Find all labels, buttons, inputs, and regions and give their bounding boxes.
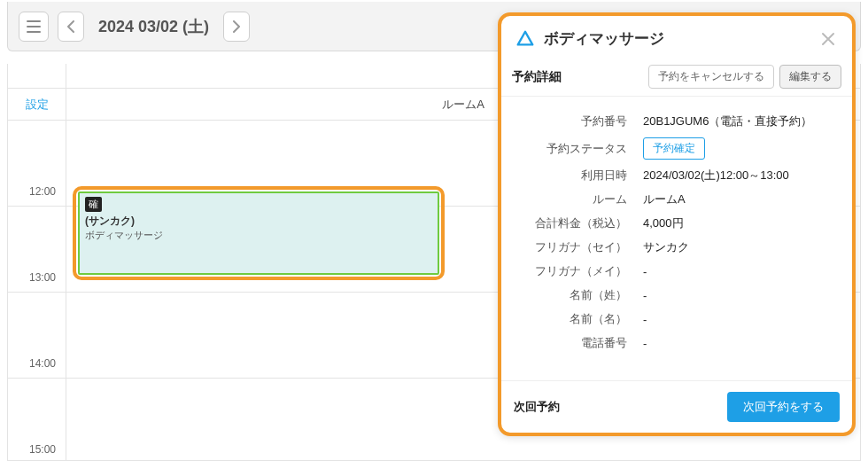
cancel-booking-button[interactable]: 予約をキャンセルする <box>648 65 774 89</box>
field-label: フリガナ（セイ） <box>510 239 643 255</box>
field-value: サンカク <box>643 239 834 255</box>
settings-link[interactable]: 設定 <box>8 89 66 120</box>
time-gutter: 12:00 13:00 14:00 15:00 <box>8 121 66 461</box>
field-label: 利用日時 <box>510 168 643 184</box>
field-value: 20B1JGUM6（電話・直接予約） <box>643 113 834 129</box>
field-value: - <box>643 337 834 350</box>
event-service: ボディマッサージ <box>85 229 432 242</box>
detail-rows: 予約番号20B1JGUM6（電話・直接予約） 予約ステータス予約確定 利用日時2… <box>501 97 852 380</box>
panel-title: ボディマッサージ <box>544 28 810 49</box>
gutter <box>8 64 66 88</box>
field-value: 2024/03/02(土)12:00～13:00 <box>643 168 834 184</box>
field-label: 名前（姓） <box>510 287 643 303</box>
panel-header: ボディマッサージ <box>501 16 852 59</box>
next-day-button[interactable] <box>223 12 250 42</box>
panel-actions: 予約詳細 予約をキャンセルする 編集する <box>501 59 852 97</box>
time-label: 12:00 <box>8 185 61 198</box>
field-label: 合計料金（税込） <box>510 215 643 231</box>
chevron-left-icon <box>66 20 75 33</box>
next-booking-button[interactable]: 次回予約をする <box>727 392 840 422</box>
date-title: 2024 03/02 (土) <box>98 16 209 37</box>
panel-footer: 次回予約 次回予約をする <box>501 380 852 433</box>
status-chip: 予約確定 <box>643 137 705 160</box>
field-value: - <box>643 289 834 302</box>
field-label: フリガナ（メイ） <box>510 263 643 279</box>
field-label: 電話番号 <box>510 335 643 351</box>
booking-event[interactable]: 確 (サンカク) ボディマッサージ <box>78 191 439 275</box>
field-value: - <box>643 313 834 326</box>
field-value: 4,000円 <box>643 215 834 231</box>
edit-booking-button[interactable]: 編集する <box>779 65 841 89</box>
section-label: 予約詳細 <box>512 69 643 85</box>
time-label: 14:00 <box>8 357 61 370</box>
booking-detail-panel: ボディマッサージ 予約詳細 予約をキャンセルする 編集する 予約番号20B1JG… <box>498 12 856 436</box>
time-label: 15:00 <box>8 443 61 456</box>
time-label: 13:00 <box>8 271 61 284</box>
chevron-right-icon <box>232 20 241 33</box>
footer-label: 次回予約 <box>514 399 727 415</box>
triangle-icon <box>515 29 535 49</box>
field-label: 名前（名） <box>510 311 643 327</box>
event-customer: (サンカク) <box>85 214 432 229</box>
field-label: 予約番号 <box>510 113 643 129</box>
field-label: ルーム <box>510 191 643 207</box>
close-button[interactable] <box>818 29 838 49</box>
close-icon <box>820 31 836 47</box>
field-value: - <box>643 265 834 278</box>
field-label: 予約ステータス <box>510 141 643 157</box>
status-badge: 確 <box>85 197 102 212</box>
field-value: ルームA <box>643 191 834 207</box>
menu-button[interactable] <box>19 12 49 42</box>
prev-day-button[interactable] <box>58 12 84 42</box>
